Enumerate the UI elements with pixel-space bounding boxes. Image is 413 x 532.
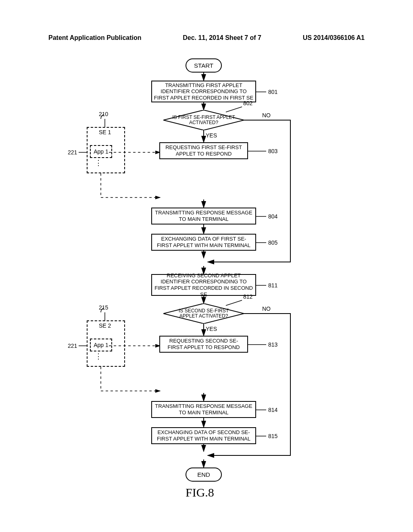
yes-812: YES bbox=[206, 326, 217, 332]
step-805-text: EXCHANGING DATA OF FIRST SE-FIRST APPLET… bbox=[154, 236, 254, 248]
step-801: TRANSMITTING FIRST APPLET IDENTIFIER COR… bbox=[151, 81, 256, 102]
ref-803: 803 bbox=[268, 148, 277, 154]
step-804-text: TRANSMITTING RESPONSE MESSAGE TO MAIN TE… bbox=[154, 210, 254, 222]
step-805: EXCHANGING DATA OF FIRST SE-FIRST APPLET… bbox=[151, 234, 256, 251]
step-813: REQUESTING SECOND SE-FIRST APPLET TO RES… bbox=[159, 336, 248, 353]
step-815-text: EXCHANGING DATA OF SECOND SE-FIRST APPLE… bbox=[154, 429, 254, 442]
step-811-text: RECEIVING SECOND APPLET IDENTIFIER CORRE… bbox=[154, 272, 254, 297]
end-node: END bbox=[186, 468, 222, 482]
se1-app1-label: App 1 bbox=[94, 148, 108, 155]
step-804: TRANSMITTING RESPONSE MESSAGE TO MAIN TE… bbox=[151, 208, 256, 224]
se1-app1-box: App 1 bbox=[90, 145, 112, 158]
ref-804: 804 bbox=[268, 213, 277, 220]
se2-app1-box: App 1 bbox=[90, 339, 112, 351]
ref-811: 811 bbox=[268, 282, 277, 289]
decision-802-text: IS FIRST SE-FIRST APPLET ACTIVATED? bbox=[171, 115, 236, 125]
ref-813: 813 bbox=[268, 341, 277, 348]
ref-805: 805 bbox=[268, 239, 277, 246]
step-811: RECEIVING SECOND APPLET IDENTIFIER CORRE… bbox=[151, 274, 256, 296]
no-802: NO bbox=[262, 112, 271, 118]
header-center: Dec. 11, 2014 Sheet 7 of 7 bbox=[183, 34, 261, 42]
ref-812: 812 bbox=[243, 293, 252, 300]
se2-app1-label: App 1 bbox=[94, 342, 108, 348]
ref-221a: 221 bbox=[68, 149, 77, 156]
step-801-text: TRANSMITTING FIRST APPLET IDENTIFIER COR… bbox=[154, 82, 254, 101]
ref-814: 814 bbox=[268, 407, 277, 413]
ref-801: 801 bbox=[268, 89, 277, 95]
step-803-text: REQUESTING FIRST SE-FIRST APPLET TO RESP… bbox=[162, 144, 246, 157]
se1-label: SE 1 bbox=[99, 129, 111, 135]
step-803: REQUESTING FIRST SE-FIRST APPLET TO RESP… bbox=[159, 142, 248, 159]
decision-812-text: IS SECOND SE-FIRST APPLET ACTIVATED? bbox=[171, 308, 236, 319]
step-813-text: REQUESTING SECOND SE-FIRST APPLET TO RES… bbox=[162, 338, 246, 350]
end-label: END bbox=[197, 471, 210, 478]
step-815: EXCHANGING DATA OF SECOND SE-FIRST APPLE… bbox=[151, 427, 256, 444]
ref-215: 215 bbox=[99, 304, 108, 311]
ref-815: 815 bbox=[268, 433, 277, 439]
ref-210: 210 bbox=[99, 111, 108, 117]
yes-802: YES bbox=[206, 132, 217, 139]
step-814-text: TRANSMITTING RESPONSE MESSAGE TO MAIN TE… bbox=[154, 403, 254, 416]
se2-vdots: ⋮ bbox=[95, 355, 102, 358]
header-right: US 2014/0366106 A1 bbox=[303, 34, 365, 42]
step-814: TRANSMITTING RESPONSE MESSAGE TO MAIN TE… bbox=[151, 401, 256, 418]
decision-812: IS SECOND SE-FIRST APPLET ACTIVATED? bbox=[163, 303, 244, 324]
se2-label: SE 2 bbox=[99, 322, 111, 329]
no-812: NO bbox=[262, 305, 271, 312]
header-left: Patent Application Publication bbox=[48, 34, 142, 42]
decision-802: IS FIRST SE-FIRST APPLET ACTIVATED? bbox=[163, 110, 244, 130]
se1-vdots: ⋮ bbox=[95, 161, 102, 165]
start-label: START bbox=[194, 62, 213, 69]
start-node: START bbox=[186, 58, 222, 73]
ref-221b: 221 bbox=[68, 343, 77, 349]
figure-label: FIG.8 bbox=[186, 486, 214, 499]
diagram-canvas: START TRANSMITTING FIRST APPLET IDENTIFI… bbox=[0, 48, 413, 492]
page-header: Patent Application Publication Dec. 11, … bbox=[0, 34, 413, 42]
ref-802: 802 bbox=[243, 100, 252, 106]
